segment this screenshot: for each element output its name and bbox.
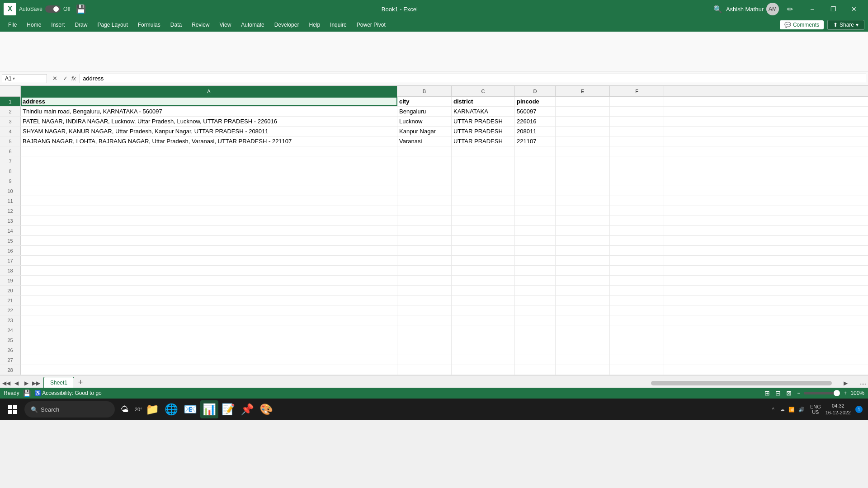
cell[interactable] bbox=[397, 355, 452, 365]
cell[interactable] bbox=[556, 97, 610, 106]
menu-automate[interactable]: Automate bbox=[236, 20, 269, 30]
menu-file[interactable]: File bbox=[4, 20, 21, 30]
cell[interactable] bbox=[556, 117, 610, 126]
cell[interactable] bbox=[515, 286, 556, 295]
cell[interactable] bbox=[556, 216, 610, 225]
col-header-A[interactable]: A bbox=[21, 86, 397, 97]
cell[interactable] bbox=[556, 186, 610, 196]
cell[interactable] bbox=[515, 196, 556, 206]
taskbar-edge-icon[interactable]: 🌐 bbox=[162, 400, 180, 418]
cell[interactable] bbox=[452, 226, 515, 235]
cell[interactable] bbox=[515, 355, 556, 365]
cell[interactable] bbox=[610, 286, 664, 295]
page-layout-button[interactable]: ⊟ bbox=[774, 389, 783, 398]
cell[interactable] bbox=[610, 166, 664, 176]
taskbar-sticky-icon[interactable]: 📌 bbox=[238, 400, 256, 418]
taskbar-paint-icon[interactable]: 🎨 bbox=[257, 400, 275, 418]
cell[interactable] bbox=[610, 97, 664, 106]
cell[interactable] bbox=[452, 216, 515, 225]
cell[interactable] bbox=[515, 315, 556, 325]
zoom-out-icon[interactable]: − bbox=[797, 390, 800, 396]
cell[interactable] bbox=[21, 196, 397, 206]
cell[interactable] bbox=[397, 266, 452, 275]
menu-page-layout[interactable]: Page Layout bbox=[93, 20, 132, 30]
name-box[interactable]: A1 ▾ bbox=[2, 74, 47, 83]
minimize-button[interactable]: – bbox=[802, 0, 823, 18]
taskbar-word-icon[interactable]: 📝 bbox=[219, 400, 237, 418]
cell[interactable]: 226016 bbox=[515, 117, 556, 126]
cell[interactable] bbox=[610, 226, 664, 235]
close-button[interactable]: ✕ bbox=[844, 0, 864, 18]
cell[interactable] bbox=[397, 276, 452, 285]
cell[interactable]: UTTAR PRADESH bbox=[452, 117, 515, 126]
cell[interactable] bbox=[515, 146, 556, 156]
col-header-B[interactable]: B bbox=[397, 86, 452, 97]
cancel-formula-button[interactable]: ✕ bbox=[51, 74, 59, 83]
cell[interactable] bbox=[452, 206, 515, 216]
cell[interactable] bbox=[556, 325, 610, 335]
cell[interactable] bbox=[515, 256, 556, 265]
taskbar-outlook-icon[interactable]: 📧 bbox=[181, 400, 199, 418]
cell[interactable] bbox=[21, 276, 397, 285]
sheet-nav-next[interactable]: ▶ bbox=[22, 379, 31, 388]
formula-input[interactable] bbox=[80, 74, 866, 83]
cell[interactable] bbox=[397, 305, 452, 315]
taskbar-explorer-icon[interactable]: 📁 bbox=[143, 400, 161, 418]
cell[interactable] bbox=[397, 216, 452, 225]
cell[interactable]: address bbox=[21, 97, 397, 106]
col-header-C[interactable]: C bbox=[452, 86, 515, 97]
confirm-formula-button[interactable]: ✓ bbox=[61, 74, 70, 83]
cell[interactable]: 221107 bbox=[515, 136, 556, 146]
cell[interactable]: UTTAR PRADESH bbox=[452, 127, 515, 136]
cell[interactable] bbox=[397, 146, 452, 156]
cell[interactable] bbox=[21, 325, 397, 335]
cell[interactable] bbox=[397, 226, 452, 235]
cell[interactable] bbox=[556, 286, 610, 295]
cell[interactable] bbox=[452, 246, 515, 255]
cell[interactable] bbox=[515, 266, 556, 275]
cell[interactable] bbox=[610, 315, 664, 325]
cell[interactable] bbox=[397, 296, 452, 305]
cell[interactable] bbox=[515, 176, 556, 186]
cell[interactable] bbox=[556, 136, 610, 146]
cell[interactable] bbox=[21, 266, 397, 275]
cell[interactable]: 560097 bbox=[515, 107, 556, 116]
save-icon[interactable]: 💾 bbox=[76, 4, 86, 14]
cell[interactable] bbox=[452, 196, 515, 206]
cell[interactable] bbox=[452, 305, 515, 315]
pen-icon[interactable]: ✏ bbox=[787, 5, 793, 14]
cell[interactable] bbox=[397, 166, 452, 176]
cell[interactable] bbox=[397, 186, 452, 196]
cell[interactable] bbox=[610, 156, 664, 166]
cell[interactable] bbox=[515, 166, 556, 176]
cell[interactable] bbox=[610, 206, 664, 216]
cell[interactable] bbox=[515, 276, 556, 285]
menu-draw[interactable]: Draw bbox=[70, 20, 92, 30]
cell[interactable]: KARNATAKA bbox=[452, 107, 515, 116]
taskbar-weather-icon[interactable]: 🌤 bbox=[116, 400, 134, 418]
cell[interactable] bbox=[556, 315, 610, 325]
cell[interactable] bbox=[610, 355, 664, 365]
cell[interactable] bbox=[556, 196, 610, 206]
cell[interactable] bbox=[610, 276, 664, 285]
cell[interactable]: pincode bbox=[515, 97, 556, 106]
cell[interactable] bbox=[556, 206, 610, 216]
cell[interactable] bbox=[397, 365, 452, 375]
cell[interactable] bbox=[556, 276, 610, 285]
cell[interactable]: 208011 bbox=[515, 127, 556, 136]
cell[interactable] bbox=[556, 246, 610, 255]
sheet-nav-prev[interactable]: ◀ bbox=[12, 379, 21, 388]
cell[interactable] bbox=[397, 286, 452, 295]
taskbar-up-arrow[interactable]: ^ bbox=[772, 407, 774, 412]
cell[interactable] bbox=[452, 266, 515, 275]
col-header-D[interactable]: D bbox=[515, 86, 556, 97]
taskbar-excel-icon[interactable]: 📊 bbox=[200, 400, 218, 418]
cell[interactable] bbox=[610, 107, 664, 116]
sheet-nav-first[interactable]: ◀◀ bbox=[2, 379, 11, 388]
cell[interactable] bbox=[556, 107, 610, 116]
cell[interactable] bbox=[556, 156, 610, 166]
cell[interactable] bbox=[452, 355, 515, 365]
menu-home[interactable]: Home bbox=[22, 20, 46, 30]
cell[interactable]: Varanasi bbox=[397, 136, 452, 146]
cell[interactable]: Bengaluru bbox=[397, 107, 452, 116]
